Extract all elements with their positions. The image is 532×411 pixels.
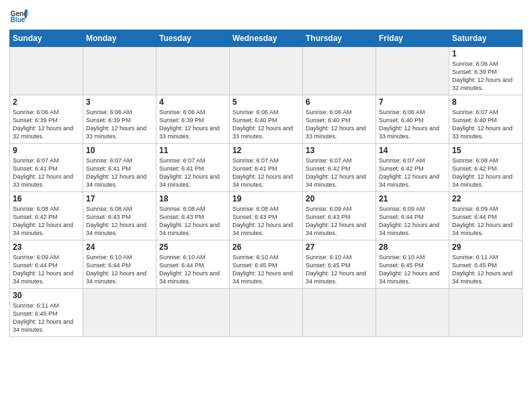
col-header-monday: Monday: [83, 30, 157, 47]
day-info: Sunrise: 6:06 AMSunset: 6:39 PMDaylight:…: [452, 60, 519, 93]
calendar-week-5: 30Sunrise: 6:11 AMSunset: 6:45 PMDayligh…: [10, 289, 523, 337]
day-info: Sunrise: 6:08 AMSunset: 6:43 PMDaylight:…: [86, 205, 153, 238]
calendar-cell: 7Sunrise: 6:06 AMSunset: 6:40 PMDaylight…: [376, 95, 449, 144]
svg-rect-3: [25, 12, 27, 18]
day-info: Sunrise: 6:10 AMSunset: 6:44 PMDaylight:…: [86, 253, 153, 286]
calendar-cell: 5Sunrise: 6:06 AMSunset: 6:40 PMDaylight…: [230, 95, 303, 144]
day-info: Sunrise: 6:10 AMSunset: 6:45 PMDaylight:…: [379, 253, 446, 286]
calendar-cell: 10Sunrise: 6:07 AMSunset: 6:41 PMDayligh…: [83, 144, 157, 192]
day-info: Sunrise: 6:07 AMSunset: 6:41 PMDaylight:…: [13, 156, 80, 189]
calendar-table: SundayMondayTuesdayWednesdayThursdayFrid…: [9, 30, 523, 337]
day-number: 29: [452, 242, 519, 252]
calendar-cell: 21Sunrise: 6:09 AMSunset: 6:44 PMDayligh…: [376, 192, 449, 240]
day-number: 20: [306, 194, 373, 203]
day-number: 10: [86, 146, 153, 155]
day-number: 28: [379, 242, 446, 252]
calendar-cell: 12Sunrise: 6:07 AMSunset: 6:41 PMDayligh…: [230, 144, 303, 192]
calendar-cell: 1Sunrise: 6:06 AMSunset: 6:39 PMDaylight…: [449, 47, 523, 95]
logo: General Blue: [9, 7, 31, 26]
day-number: 23: [13, 242, 80, 252]
day-info: Sunrise: 6:08 AMSunset: 6:43 PMDaylight:…: [159, 205, 226, 238]
header: General Blue: [9, 7, 523, 26]
col-header-thursday: Thursday: [303, 30, 376, 47]
day-info: Sunrise: 6:07 AMSunset: 6:42 PMDaylight:…: [306, 156, 373, 189]
svg-text:Blue: Blue: [11, 16, 26, 24]
calendar-cell: 13Sunrise: 6:07 AMSunset: 6:42 PMDayligh…: [303, 144, 376, 192]
calendar-cell: 29Sunrise: 6:11 AMSunset: 6:45 PMDayligh…: [449, 240, 523, 289]
day-number: 25: [159, 242, 226, 252]
calendar-cell: 20Sunrise: 6:09 AMSunset: 6:43 PMDayligh…: [303, 192, 376, 240]
day-number: 24: [86, 242, 153, 252]
calendar-cell: 4Sunrise: 6:06 AMSunset: 6:39 PMDaylight…: [157, 95, 230, 144]
calendar-cell: 26Sunrise: 6:10 AMSunset: 6:45 PMDayligh…: [230, 240, 303, 289]
col-header-tuesday: Tuesday: [157, 30, 230, 47]
day-info: Sunrise: 6:07 AMSunset: 6:41 PMDaylight:…: [232, 156, 300, 189]
day-number: 15: [452, 146, 519, 155]
day-info: Sunrise: 6:11 AMSunset: 6:45 PMDaylight:…: [13, 302, 80, 334]
day-number: 9: [13, 146, 80, 155]
day-number: 30: [13, 291, 80, 300]
calendar-cell: [303, 47, 376, 95]
day-number: 22: [452, 194, 519, 203]
day-number: 6: [306, 97, 373, 107]
calendar-cell: [157, 47, 230, 95]
day-info: Sunrise: 6:07 AMSunset: 6:40 PMDaylight:…: [452, 108, 519, 141]
calendar-cell: 23Sunrise: 6:09 AMSunset: 6:44 PMDayligh…: [10, 240, 83, 289]
calendar-cell: 8Sunrise: 6:07 AMSunset: 6:40 PMDaylight…: [449, 95, 523, 144]
calendar-page: General Blue SundayMondayTuesdayWednesda…: [0, 0, 532, 411]
day-number: 14: [379, 146, 446, 155]
day-info: Sunrise: 6:08 AMSunset: 6:42 PMDaylight:…: [13, 205, 80, 238]
day-info: Sunrise: 6:06 AMSunset: 6:40 PMDaylight:…: [232, 108, 300, 141]
day-info: Sunrise: 6:10 AMSunset: 6:44 PMDaylight:…: [159, 253, 226, 286]
header-row: SundayMondayTuesdayWednesdayThursdayFrid…: [10, 30, 523, 47]
calendar-cell: [157, 289, 230, 337]
calendar-cell: 6Sunrise: 6:06 AMSunset: 6:40 PMDaylight…: [303, 95, 376, 144]
calendar-cell: 18Sunrise: 6:08 AMSunset: 6:43 PMDayligh…: [157, 192, 230, 240]
day-number: 26: [232, 242, 300, 252]
calendar-cell: 14Sunrise: 6:07 AMSunset: 6:42 PMDayligh…: [376, 144, 449, 192]
calendar-cell: [376, 47, 449, 95]
day-info: Sunrise: 6:07 AMSunset: 6:42 PMDaylight:…: [379, 156, 446, 189]
calendar-week-0: 1Sunrise: 6:06 AMSunset: 6:39 PMDaylight…: [10, 47, 523, 95]
logo-icon: General Blue: [9, 7, 28, 26]
day-info: Sunrise: 6:10 AMSunset: 6:45 PMDaylight:…: [306, 253, 373, 286]
col-header-saturday: Saturday: [449, 30, 523, 47]
calendar-cell: [230, 289, 303, 337]
day-info: Sunrise: 6:06 AMSunset: 6:39 PMDaylight:…: [13, 108, 80, 141]
calendar-cell: 2Sunrise: 6:06 AMSunset: 6:39 PMDaylight…: [10, 95, 83, 144]
calendar-cell: [303, 289, 376, 337]
calendar-week-4: 23Sunrise: 6:09 AMSunset: 6:44 PMDayligh…: [10, 240, 523, 289]
calendar-cell: [83, 47, 157, 95]
day-info: Sunrise: 6:08 AMSunset: 6:43 PMDaylight:…: [232, 205, 300, 238]
day-number: 18: [159, 194, 226, 203]
calendar-cell: 16Sunrise: 6:08 AMSunset: 6:42 PMDayligh…: [10, 192, 83, 240]
calendar-cell: [230, 47, 303, 95]
day-number: 1: [452, 49, 519, 58]
day-number: 8: [452, 97, 519, 107]
day-info: Sunrise: 6:08 AMSunset: 6:42 PMDaylight:…: [452, 156, 519, 189]
calendar-cell: 24Sunrise: 6:10 AMSunset: 6:44 PMDayligh…: [83, 240, 157, 289]
day-info: Sunrise: 6:10 AMSunset: 6:45 PMDaylight:…: [232, 253, 300, 286]
calendar-cell: 30Sunrise: 6:11 AMSunset: 6:45 PMDayligh…: [10, 289, 83, 337]
calendar-cell: [10, 47, 83, 95]
day-info: Sunrise: 6:06 AMSunset: 6:40 PMDaylight:…: [306, 108, 373, 141]
day-number: 2: [13, 97, 80, 107]
day-info: Sunrise: 6:07 AMSunset: 6:41 PMDaylight:…: [86, 156, 153, 189]
calendar-cell: 15Sunrise: 6:08 AMSunset: 6:42 PMDayligh…: [449, 144, 523, 192]
day-info: Sunrise: 6:07 AMSunset: 6:41 PMDaylight:…: [159, 156, 226, 189]
day-info: Sunrise: 6:06 AMSunset: 6:40 PMDaylight:…: [379, 108, 446, 141]
day-number: 4: [159, 97, 226, 107]
day-number: 12: [232, 146, 300, 155]
day-info: Sunrise: 6:11 AMSunset: 6:45 PMDaylight:…: [452, 253, 519, 286]
day-number: 16: [13, 194, 80, 203]
calendar-cell: 25Sunrise: 6:10 AMSunset: 6:44 PMDayligh…: [157, 240, 230, 289]
calendar-week-2: 9Sunrise: 6:07 AMSunset: 6:41 PMDaylight…: [10, 144, 523, 192]
col-header-friday: Friday: [376, 30, 449, 47]
calendar-cell: 17Sunrise: 6:08 AMSunset: 6:43 PMDayligh…: [83, 192, 157, 240]
calendar-cell: [83, 289, 157, 337]
calendar-cell: 22Sunrise: 6:09 AMSunset: 6:44 PMDayligh…: [449, 192, 523, 240]
calendar-cell: [449, 289, 523, 337]
day-info: Sunrise: 6:09 AMSunset: 6:44 PMDaylight:…: [13, 253, 80, 286]
calendar-week-1: 2Sunrise: 6:06 AMSunset: 6:39 PMDaylight…: [10, 95, 523, 144]
calendar-cell: 3Sunrise: 6:06 AMSunset: 6:39 PMDaylight…: [83, 95, 157, 144]
